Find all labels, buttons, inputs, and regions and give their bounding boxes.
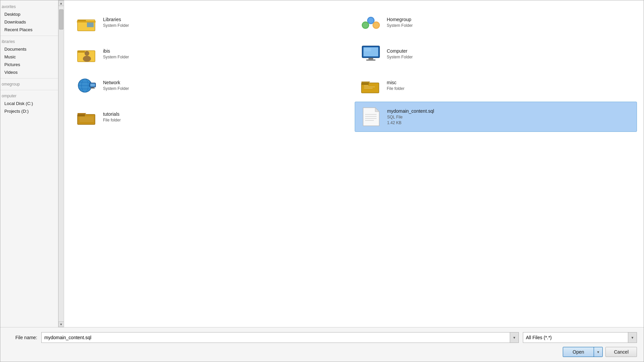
svg-point-12: [85, 51, 89, 56]
filetype-dropdown-button[interactable]: ▼: [628, 332, 637, 343]
main-content: Libraries System Folder: [64, 0, 644, 327]
homegroup-type: System Folder: [387, 23, 413, 28]
file-item-ibis[interactable]: ibis System Folder: [71, 39, 353, 69]
ibis-icon: [76, 43, 98, 64]
misc-icon: [360, 74, 382, 96]
sql-file-icon: [360, 106, 382, 127]
svg-rect-27: [90, 88, 95, 89]
libraries-info: Libraries System Folder: [103, 17, 129, 28]
divider-3: [0, 90, 58, 90]
computer-icon: [360, 43, 382, 64]
filename-input[interactable]: [42, 332, 510, 343]
filename-dropdown-button[interactable]: ▼: [510, 332, 518, 343]
libraries-type: System Folder: [103, 23, 129, 28]
sidebar-item-pictures[interactable]: Pictures: [0, 61, 58, 68]
computer-info: Computer System Folder: [387, 48, 413, 59]
file-item-computer[interactable]: Computer System Folder: [355, 39, 637, 69]
svg-rect-3: [87, 22, 94, 27]
tutorials-icon: [76, 106, 98, 127]
sidebar-item-favorites-header: avorites: [0, 3, 58, 10]
svg-point-13: [83, 56, 91, 62]
ibis-name: ibis: [103, 48, 129, 54]
file-item-mydomain-sql[interactable]: mydomain_content.sql SQL File 1.42 KB: [355, 102, 637, 132]
sidebar-item-projects[interactable]: Projects (D:): [0, 107, 58, 115]
network-name: Network: [103, 80, 129, 85]
ibis-type: System Folder: [103, 55, 129, 59]
open-dropdown-button[interactable]: ▼: [594, 347, 603, 357]
action-row: Open ▼ Cancel: [7, 347, 637, 357]
filename-input-wrapper: ▼: [41, 332, 519, 343]
network-type: System Folder: [103, 86, 129, 91]
sidebar: avorites Desktop Downloads Recent Places…: [0, 0, 64, 327]
scrollbar-thumb[interactable]: [59, 9, 63, 30]
sql-file-size: 1.42 KB: [387, 120, 434, 125]
svg-marker-30: [361, 82, 370, 83]
filetype-select[interactable]: All Files (*.*) SQL Files (*.sql) Text F…: [523, 332, 628, 343]
filename-label: File name:: [7, 335, 37, 340]
dialog-body: avorites Desktop Downloads Recent Places…: [0, 0, 644, 327]
open-button-group: Open ▼: [563, 347, 603, 357]
network-icon: [76, 74, 98, 96]
filetype-select-wrapper: All Files (*.*) SQL Files (*.sql) Text F…: [523, 332, 637, 343]
sidebar-item-videos[interactable]: Videos: [0, 68, 58, 76]
sql-file-type: SQL File: [387, 115, 434, 119]
sidebar-item-desktop[interactable]: Desktop: [0, 10, 58, 18]
tutorials-name: tutorials: [103, 111, 121, 117]
svg-rect-35: [78, 114, 85, 116]
filename-row: File name: ▼ All Files (*.*) SQL Files (…: [7, 332, 637, 343]
cancel-button[interactable]: Cancel: [605, 347, 637, 357]
misc-type: File folder: [387, 86, 405, 91]
sidebar-item-music[interactable]: Music: [0, 53, 58, 61]
svg-rect-25: [90, 84, 95, 87]
svg-rect-11: [78, 51, 85, 53]
sidebar-scroll: avorites Desktop Downloads Recent Places…: [0, 0, 64, 327]
file-item-misc[interactable]: misc File folder: [355, 70, 637, 100]
divider-2: [0, 78, 58, 79]
svg-point-8: [363, 22, 368, 28]
svg-point-7: [368, 18, 374, 23]
svg-marker-36: [78, 113, 86, 114]
file-item-libraries[interactable]: Libraries System Folder: [71, 7, 353, 37]
sidebar-item-recent-places[interactable]: Recent Places: [0, 26, 58, 34]
open-button[interactable]: Open: [563, 347, 594, 357]
network-info: Network System Folder: [103, 80, 129, 91]
scrollbar-track[interactable]: [58, 6, 64, 321]
ibis-info: ibis System Folder: [103, 48, 129, 59]
computer-type: System Folder: [387, 55, 413, 59]
sidebar-item-downloads[interactable]: Downloads: [0, 18, 58, 26]
sidebar-item-computer-header: omputer: [0, 92, 58, 100]
sql-file-info: mydomain_content.sql SQL File 1.42 KB: [387, 108, 434, 125]
file-open-dialog: avorites Desktop Downloads Recent Places…: [0, 0, 644, 362]
file-item-homegroup[interactable]: Homegroup System Folder: [355, 7, 637, 37]
svg-rect-18: [364, 48, 371, 51]
divider-1: [0, 36, 58, 36]
file-item-tutorials[interactable]: tutorials File folder: [71, 102, 353, 132]
file-item-network[interactable]: Network System Folder: [71, 70, 353, 100]
tutorials-info: tutorials File folder: [103, 111, 121, 122]
sidebar-item-local-disk[interactable]: Local Disk (C:): [0, 100, 58, 107]
file-grid: Libraries System Folder: [64, 0, 644, 327]
sidebar-items: avorites Desktop Downloads Recent Places…: [0, 0, 64, 118]
homegroup-icon: [360, 11, 382, 33]
misc-info: misc File folder: [387, 80, 405, 91]
libraries-icon: [76, 11, 98, 33]
sidebar-item-documents[interactable]: Documents: [0, 45, 58, 53]
svg-point-9: [374, 22, 379, 28]
libraries-name: Libraries: [103, 17, 129, 22]
misc-name: misc: [387, 80, 405, 85]
computer-name: Computer: [387, 48, 413, 54]
svg-rect-29: [361, 83, 369, 85]
sidebar-item-homegroup-header: omegroup: [0, 81, 58, 88]
scrollbar-down-button[interactable]: ▼: [58, 321, 64, 327]
sql-file-name: mydomain_content.sql: [387, 108, 434, 114]
sidebar-scrollbar: ▲ ▼: [58, 0, 64, 327]
svg-rect-2: [77, 21, 96, 22]
svg-marker-42: [375, 108, 379, 112]
bottom-bar: File name: ▼ All Files (*.*) SQL Files (…: [0, 327, 644, 362]
homegroup-info: Homegroup System Folder: [387, 17, 413, 28]
sidebar-item-libraries-header: ibraries: [0, 38, 58, 45]
svg-rect-17: [366, 59, 376, 61]
tutorials-type: File folder: [103, 118, 121, 122]
homegroup-name: Homegroup: [387, 17, 413, 22]
scrollbar-up-button[interactable]: ▲: [58, 0, 64, 6]
